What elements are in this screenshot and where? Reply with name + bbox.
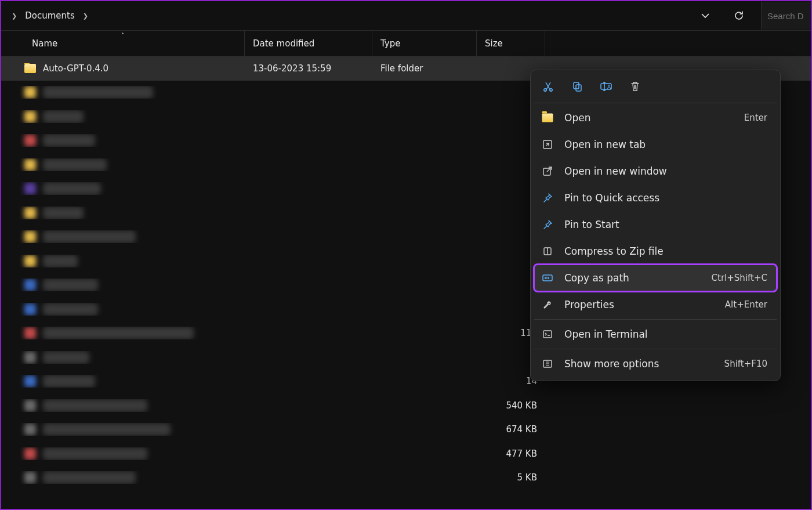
file-name-blurred <box>43 207 84 219</box>
file-name-text: Auto-GPT-0.4.0 <box>43 63 108 74</box>
context-menu-open[interactable]: Open Enter <box>534 104 777 131</box>
column-header-size[interactable]: Size <box>477 31 545 56</box>
file-size-cell: 674 KB <box>477 424 545 435</box>
file-icon-blurred <box>24 207 36 219</box>
context-menu-open-new-tab[interactable]: Open in new tab <box>534 131 777 158</box>
file-name-cell <box>1 399 245 412</box>
context-menu-compress-zip[interactable]: Compress to Zip file <box>534 238 777 265</box>
address-bar-actions <box>694 2 811 30</box>
breadcrumb[interactable]: ❯ Documents ❯ <box>9 8 688 23</box>
context-menu-open-terminal[interactable]: Open in Terminal <box>534 321 777 348</box>
chevron-right-icon: ❯ <box>81 12 90 20</box>
file-name-cell <box>1 110 245 123</box>
more-options-icon <box>541 357 554 370</box>
context-menu-pin-start[interactable]: Pin to Start <box>534 211 777 238</box>
file-row-blurred[interactable]: 477 KB <box>1 442 811 466</box>
file-name-blurred <box>43 110 84 123</box>
context-menu-properties-shortcut: Alt+Enter <box>725 299 767 310</box>
file-date-cell: 13-06-2023 15:59 <box>245 63 372 74</box>
refresh-button[interactable] <box>727 2 751 30</box>
column-header-name[interactable]: Name ˄ <box>1 31 245 56</box>
file-type-cell: File folder <box>372 63 477 74</box>
file-icon-blurred <box>24 86 36 98</box>
file-name-blurred <box>43 375 95 388</box>
file-name-blurred <box>43 351 89 364</box>
file-row-blurred[interactable]: 674 KB <box>1 418 811 442</box>
rename-button[interactable]: A <box>599 79 613 93</box>
breadcrumb-location[interactable]: Documents <box>24 8 76 23</box>
open-new-window-icon <box>541 165 554 178</box>
context-menu-terminal-label: Open in Terminal <box>564 328 767 340</box>
file-size-cell: 540 KB <box>477 400 545 411</box>
context-menu-more-label: Show more options <box>564 358 714 370</box>
svg-point-0 <box>544 89 546 91</box>
file-name-cell <box>1 471 245 484</box>
file-name-cell: Auto-GPT-0.4.0 <box>1 63 245 74</box>
file-name-cell <box>1 303 245 316</box>
copy-path-icon <box>541 272 554 284</box>
file-icon-blurred <box>24 327 36 339</box>
column-header-type-label: Type <box>380 38 400 49</box>
context-menu-open-new-window[interactable]: Open in new window <box>534 158 777 185</box>
file-icon-blurred <box>24 279 36 291</box>
file-icon-blurred <box>24 424 36 435</box>
file-name-blurred <box>43 158 107 171</box>
file-icon-blurred <box>24 400 36 411</box>
file-name-cell <box>1 134 245 147</box>
refresh-icon <box>734 10 744 21</box>
wrench-icon <box>541 298 554 311</box>
file-name-cell <box>1 86 245 99</box>
scissors-icon <box>542 81 554 92</box>
context-menu-open-shortcut: Enter <box>744 113 767 123</box>
column-header-type[interactable]: Type <box>372 31 477 56</box>
file-icon-blurred <box>24 448 36 460</box>
context-menu-copy-as-path[interactable]: Copy as path Ctrl+Shift+C <box>534 265 777 291</box>
context-menu-properties[interactable]: Properties Alt+Enter <box>534 291 777 318</box>
context-menu: A Open Enter Open in new tab Open in new… <box>530 70 781 381</box>
column-header-date[interactable]: Date modified <box>245 31 372 56</box>
file-icon-blurred <box>24 303 36 315</box>
file-size-cell: 5 KB <box>477 472 545 483</box>
file-name-cell <box>1 255 245 267</box>
delete-button[interactable] <box>628 79 642 93</box>
context-menu-copy-path-label: Copy as path <box>564 272 701 284</box>
context-menu-separator <box>534 319 777 320</box>
file-name-blurred <box>43 86 153 99</box>
file-name-blurred <box>43 423 171 436</box>
file-name-blurred <box>43 134 95 147</box>
file-name-cell <box>1 278 245 291</box>
svg-rect-9 <box>543 275 552 281</box>
file-icon-blurred <box>24 231 36 243</box>
file-icon-blurred <box>24 183 36 194</box>
context-menu-quick-actions: A <box>534 74 777 102</box>
file-row-blurred[interactable]: 5 KB <box>1 466 811 490</box>
cut-button[interactable] <box>541 79 555 93</box>
copy-button[interactable] <box>570 79 584 93</box>
address-bar: ❯ Documents ❯ <box>1 1 811 30</box>
file-name-cell <box>1 423 245 436</box>
context-menu-pin-quick-access[interactable]: Pin to Quick access <box>534 185 777 211</box>
file-name-cell <box>1 351 245 364</box>
history-dropdown-button[interactable] <box>694 2 717 30</box>
sort-indicator-icon: ˄ <box>121 32 124 39</box>
context-menu-compress-label: Compress to Zip file <box>564 245 767 257</box>
pin-icon <box>541 191 554 204</box>
search-input[interactable] <box>767 11 805 21</box>
file-name-cell <box>1 375 245 388</box>
trash-icon <box>630 81 640 92</box>
chevron-right-icon: ❯ <box>9 12 19 20</box>
context-menu-open-label: Open <box>564 112 734 124</box>
file-icon-blurred <box>24 255 36 267</box>
context-menu-show-more[interactable]: Show more options Shift+F10 <box>534 350 777 377</box>
file-name-blurred <box>43 255 78 267</box>
context-menu-open-tab-label: Open in new tab <box>564 139 767 150</box>
column-header-date-label: Date modified <box>253 38 314 49</box>
file-row-blurred[interactable]: 540 KB <box>1 393 811 418</box>
file-name-cell <box>1 182 245 195</box>
file-name-cell <box>1 158 245 171</box>
svg-rect-10 <box>543 331 552 338</box>
search-box[interactable] <box>761 2 811 30</box>
column-header-size-label: Size <box>485 38 503 49</box>
file-name-blurred <box>43 471 136 484</box>
zip-icon <box>541 245 554 258</box>
